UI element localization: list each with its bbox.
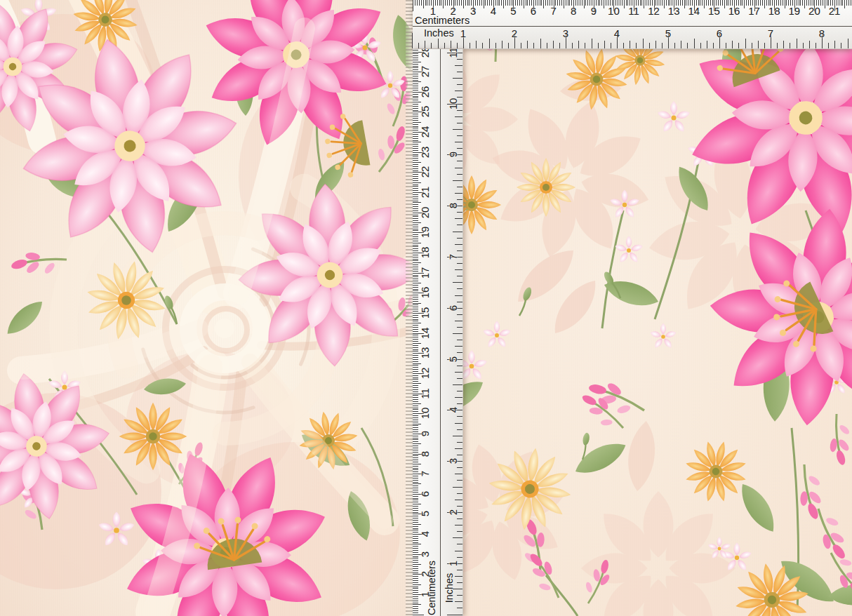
cm-tick [620,0,620,6]
inch-tick [457,416,462,417]
cm-tick [413,178,418,179]
swirled-fabric-illustration [0,0,413,616]
cm-tick [413,441,418,442]
cm-tick [413,391,418,392]
inch-tick [559,43,560,48]
cm-tick [848,0,849,6]
cm-tick [622,0,623,6]
cm-tick [413,387,418,388]
cm-number-11: 11 [420,388,430,399]
cm-tick [413,536,418,537]
inch-number-5: 5 [665,28,671,39]
cm-tick [413,208,418,209]
inch-tick [592,39,592,48]
inch-tick [457,442,462,443]
cm-tick [413,190,418,191]
cm-tick [413,429,418,430]
cm-number-19: 19 [420,227,430,239]
cm-number-14: 14 [420,327,430,339]
cm-tick [413,530,418,530]
cm-tick [413,297,418,297]
cm-tick [421,0,422,6]
cm-number-16: 16 [420,287,430,299]
inch-tick [457,595,462,596]
cm-tick [413,427,418,428]
inch-tick [649,43,650,48]
inch-tick [752,43,752,48]
cm-tick [413,478,418,478]
inch-tick [662,43,663,48]
inch-tick [732,41,733,48]
cm-tick [413,174,418,175]
cm-tick [700,0,700,6]
cm-number-12: 12 [648,6,660,16]
cm-tick [413,275,418,276]
inch-tick [457,455,462,455]
cm-tick [413,395,418,396]
cm-tick [413,122,421,123]
cm-tick [413,365,418,366]
cm-tick [624,0,625,8]
inch-tick [457,352,462,353]
cm-number-12: 12 [420,368,430,380]
inch-number-2: 2 [448,509,458,515]
flat-fabric-illustration [413,0,852,616]
inch-tick [783,41,784,48]
cm-tick [582,0,583,6]
cm-tick [527,0,528,6]
cm-tick [413,460,418,460]
cm-tick [413,502,418,502]
horizontal-ruler-divider [413,26,852,27]
cm-tick [413,279,418,279]
cm-number-13: 13 [668,6,680,16]
inch-tick [453,333,462,334]
cm-tick [601,0,602,6]
cm-tick [413,606,418,607]
inch-tick [455,269,462,270]
cm-tick [626,0,627,6]
cm-tick [704,0,705,8]
cm-tick [413,498,418,499]
inch-tick [457,570,462,570]
cm-tick [413,443,421,444]
cm-tick [844,0,845,8]
cm-tick [413,550,418,551]
cm-tick [526,0,526,6]
cm-tick [413,319,418,320]
cm-number-22: 22 [420,166,430,178]
cm-tick [413,436,418,436]
cm-tick [680,0,681,6]
inch-tick [694,39,695,48]
cm-tick [413,199,418,199]
cm-number-3: 3 [420,551,430,557]
cm-tick [413,98,418,98]
cm-tick [413,194,418,195]
cm-number-4: 4 [491,6,496,16]
cm-tick [413,482,418,483]
cm-tick [413,267,418,267]
cm-tick [447,0,448,6]
inch-tick [457,110,462,111]
inch-tick [828,43,829,48]
cm-tick [517,0,518,6]
cm-tick [499,0,500,6]
inch-tick [455,91,462,91]
cm-number-21: 21 [420,187,430,199]
cm-tick [415,0,415,6]
cm-tick [413,417,418,418]
cm-tick [413,532,418,533]
cm-tick [742,0,743,6]
cm-tick [413,96,418,97]
inch-tick [455,244,462,245]
cm-tick [498,0,498,6]
cm-tick [413,598,418,599]
cm-tick [413,546,418,547]
inch-number-3: 3 [563,28,568,39]
inch-tick [457,480,462,481]
inch-tick [457,340,462,340]
cm-tick [413,269,418,269]
cm-tick [413,582,418,583]
cm-tick [413,69,418,70]
cm-tick [413,608,418,609]
cm-tick [413,406,418,406]
